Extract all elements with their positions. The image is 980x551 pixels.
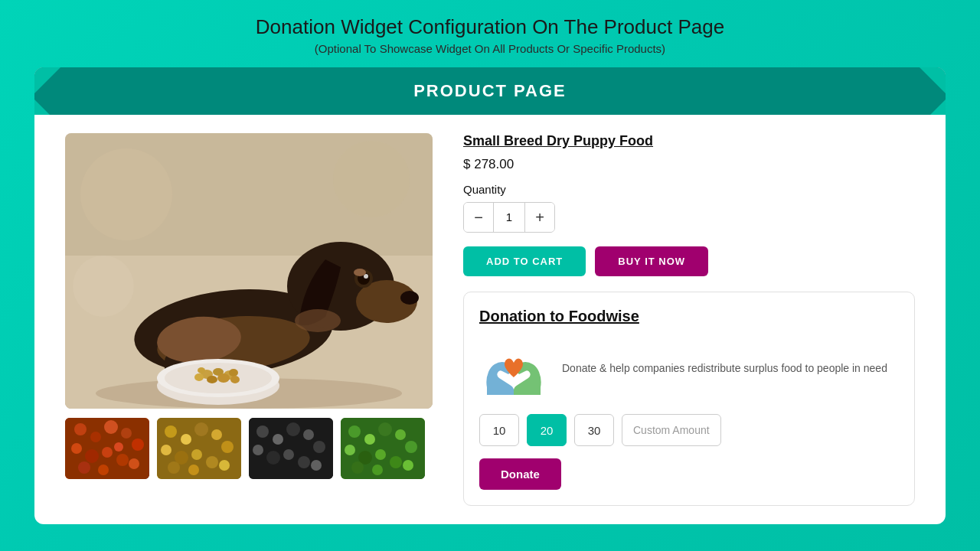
svg-point-73 bbox=[364, 434, 375, 445]
quantity-minus-button[interactable]: − bbox=[464, 203, 493, 232]
product-images bbox=[65, 133, 433, 506]
svg-point-49 bbox=[181, 434, 191, 445]
svg-point-30 bbox=[333, 141, 410, 217]
svg-point-26 bbox=[229, 369, 238, 377]
banner-label: PRODUCT PAGE bbox=[34, 81, 946, 101]
svg-point-29 bbox=[80, 148, 172, 240]
svg-point-50 bbox=[194, 422, 208, 436]
svg-point-23 bbox=[207, 376, 217, 383]
svg-point-66 bbox=[253, 445, 263, 455]
svg-point-44 bbox=[78, 461, 90, 474]
donation-info: Donate & help companies redistribute sur… bbox=[479, 337, 899, 399]
svg-point-38 bbox=[132, 439, 144, 451]
thumbnail-4[interactable] bbox=[341, 418, 425, 479]
page-header: Donation Widget Configuration On The Pro… bbox=[256, 0, 724, 67]
svg-point-43 bbox=[129, 458, 139, 469]
svg-point-56 bbox=[206, 456, 218, 468]
custom-amount-button[interactable]: Custom Amount bbox=[622, 414, 721, 446]
product-details: Small Breed Dry Puppy Food $ 278.00 Quan… bbox=[463, 133, 915, 506]
svg-point-74 bbox=[378, 422, 392, 436]
donation-widget: Donation to Foodwise Donate & bbox=[463, 292, 915, 506]
svg-point-7 bbox=[400, 291, 419, 305]
svg-point-46 bbox=[114, 442, 123, 452]
svg-point-35 bbox=[90, 432, 101, 442]
svg-point-67 bbox=[266, 451, 280, 465]
amount-button-30[interactable]: 30 bbox=[574, 414, 614, 446]
svg-point-63 bbox=[286, 422, 300, 436]
svg-point-77 bbox=[345, 445, 355, 455]
dog-image-svg bbox=[65, 133, 433, 409]
quantity-control: − 1 + bbox=[463, 202, 555, 233]
svg-point-53 bbox=[161, 445, 172, 455]
svg-point-59 bbox=[188, 465, 199, 475]
svg-point-79 bbox=[375, 449, 386, 460]
svg-point-27 bbox=[198, 367, 205, 373]
svg-point-70 bbox=[311, 460, 322, 471]
donation-icon bbox=[479, 337, 548, 399]
product-title: Small Breed Dry Puppy Food bbox=[463, 133, 915, 149]
svg-point-72 bbox=[348, 425, 361, 438]
main-product-image bbox=[65, 133, 433, 409]
svg-point-48 bbox=[165, 425, 177, 438]
svg-point-82 bbox=[351, 461, 364, 474]
svg-point-83 bbox=[372, 465, 383, 475]
thumbnail-1[interactable] bbox=[65, 418, 149, 479]
donation-title: Donation to Foodwise bbox=[479, 308, 899, 325]
svg-point-55 bbox=[191, 449, 202, 460]
svg-point-36 bbox=[104, 420, 118, 434]
quantity-plus-button[interactable]: + bbox=[525, 203, 554, 232]
amount-button-10[interactable]: 10 bbox=[479, 414, 519, 446]
thumbnail-strip bbox=[65, 418, 433, 479]
donate-button[interactable]: Donate bbox=[479, 458, 561, 490]
svg-point-41 bbox=[102, 447, 113, 458]
add-to-cart-button[interactable]: ADD TO CART bbox=[463, 246, 586, 276]
svg-point-25 bbox=[194, 373, 204, 381]
amount-button-20[interactable]: 20 bbox=[527, 414, 567, 446]
svg-point-80 bbox=[390, 456, 402, 468]
donation-description: Donate & help companies redistribute sur… bbox=[562, 360, 887, 377]
product-page-container: PRODUCT PAGE bbox=[34, 67, 946, 524]
svg-point-61 bbox=[256, 425, 269, 438]
svg-point-65 bbox=[313, 441, 325, 453]
donation-amounts: 10 20 30 Custom Amount bbox=[479, 414, 899, 446]
svg-point-81 bbox=[403, 460, 413, 471]
svg-point-68 bbox=[283, 449, 294, 460]
page-subtitle: (Optional To Showcase Widget On All Prod… bbox=[256, 42, 724, 55]
svg-point-45 bbox=[98, 465, 109, 475]
svg-point-58 bbox=[168, 461, 180, 474]
svg-point-52 bbox=[221, 441, 234, 453]
svg-point-57 bbox=[219, 460, 230, 471]
quantity-value: 1 bbox=[493, 203, 525, 232]
buy-now-button[interactable]: BUY IT NOW bbox=[595, 246, 708, 276]
svg-point-75 bbox=[395, 429, 406, 440]
svg-point-37 bbox=[121, 428, 132, 439]
svg-point-62 bbox=[273, 434, 283, 445]
product-page-banner: PRODUCT PAGE bbox=[34, 67, 946, 115]
svg-point-40 bbox=[85, 449, 99, 463]
svg-point-42 bbox=[116, 454, 129, 466]
svg-point-31 bbox=[73, 256, 134, 317]
svg-point-76 bbox=[405, 441, 417, 453]
hands-heart-icon bbox=[479, 337, 548, 399]
quantity-label: Quantity bbox=[463, 183, 915, 196]
svg-point-69 bbox=[298, 456, 310, 468]
product-price: $ 278.00 bbox=[463, 157, 915, 172]
action-buttons: ADD TO CART BUY IT NOW bbox=[463, 246, 915, 276]
thumbnail-2[interactable] bbox=[157, 418, 241, 479]
product-layout: Small Breed Dry Puppy Food $ 278.00 Quan… bbox=[34, 133, 946, 506]
svg-point-64 bbox=[303, 429, 314, 440]
thumbnail-3[interactable] bbox=[249, 418, 333, 479]
svg-point-39 bbox=[71, 443, 82, 454]
svg-point-51 bbox=[211, 429, 222, 440]
svg-point-11 bbox=[354, 269, 366, 276]
svg-point-28 bbox=[230, 376, 240, 383]
page-title: Donation Widget Configuration On The Pro… bbox=[256, 15, 724, 39]
svg-point-34 bbox=[74, 423, 87, 435]
svg-point-32 bbox=[295, 309, 341, 332]
svg-point-24 bbox=[217, 373, 230, 383]
